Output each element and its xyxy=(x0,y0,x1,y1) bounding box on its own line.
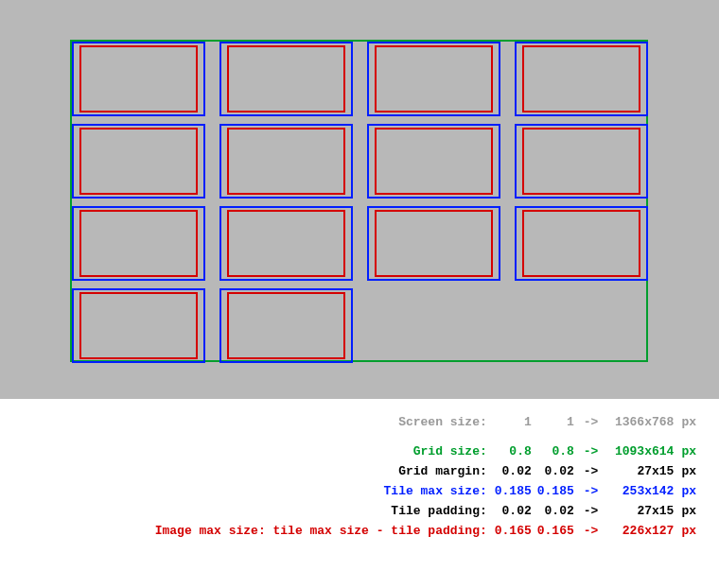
image-outline xyxy=(522,128,640,195)
legend-arrow: -> xyxy=(580,481,603,501)
image-outline xyxy=(227,210,345,277)
legend-px: 253x142 xyxy=(602,481,677,501)
legend-v1: 1 xyxy=(491,412,534,432)
legend-label: Tile padding: xyxy=(151,501,491,521)
image-outline xyxy=(522,210,640,277)
legend-row xyxy=(151,432,700,441)
legend-label: Image max size: tile max size - tile pad… xyxy=(151,521,491,541)
legend-v1: 0.8 xyxy=(491,441,534,461)
legend-unit: px xyxy=(677,481,700,501)
legend-v1: 0.02 xyxy=(491,501,534,521)
legend-row: Tile padding:0.020.02->27x15px xyxy=(151,501,700,521)
legend-v2: 0.165 xyxy=(534,521,580,541)
image-outline xyxy=(79,292,198,359)
image-outline xyxy=(79,45,198,112)
legend-v2: 0.02 xyxy=(534,501,580,521)
legend-row: Image max size: tile max size - tile pad… xyxy=(151,521,700,541)
legend-arrow: -> xyxy=(580,501,603,521)
legend-v2: 0.185 xyxy=(534,481,580,501)
diagram-canvas xyxy=(0,0,719,399)
image-outline xyxy=(227,128,345,195)
image-outline xyxy=(375,210,493,277)
legend-label: Screen size: xyxy=(151,412,491,432)
legend-v2: 0.8 xyxy=(534,441,580,461)
legend-px: 226x127 xyxy=(602,521,677,541)
legend-unit: px xyxy=(677,501,700,521)
legend-unit: px xyxy=(677,461,700,481)
image-outline xyxy=(375,45,493,112)
image-outline xyxy=(79,128,198,195)
image-outline xyxy=(522,45,640,112)
legend-arrow: -> xyxy=(580,461,603,481)
legend-unit: px xyxy=(677,441,700,461)
legend-px: 1366x768 xyxy=(602,412,677,432)
legend-row: Screen size:11->1366x768px xyxy=(151,412,700,432)
legend-table: Screen size:11->1366x768pxGrid size:0.80… xyxy=(151,412,700,541)
legend-unit: px xyxy=(677,412,700,432)
image-outline xyxy=(375,128,493,195)
legend-arrow: -> xyxy=(580,521,603,541)
legend-row: Grid margin:0.020.02->27x15px xyxy=(151,461,700,481)
legend-px: 27x15 xyxy=(602,501,677,521)
legend-row: Tile max size:0.1850.185->253x142px xyxy=(151,481,700,501)
image-outline xyxy=(227,45,345,112)
image-outline xyxy=(227,292,345,359)
image-outline xyxy=(79,210,198,277)
legend-label: Tile max size: xyxy=(151,481,491,501)
legend-unit: px xyxy=(677,521,700,541)
legend-px: 1093x614 xyxy=(602,441,677,461)
legend-v2: 0.02 xyxy=(534,461,580,481)
legend-label: Grid margin: xyxy=(151,461,491,481)
legend-v1: 0.165 xyxy=(491,521,534,541)
legend-row: Grid size:0.80.8->1093x614px xyxy=(151,441,700,461)
legend: Screen size:11->1366x768pxGrid size:0.80… xyxy=(0,412,719,541)
legend-v1: 0.02 xyxy=(491,461,534,481)
legend-v1: 0.185 xyxy=(491,481,534,501)
legend-px: 27x15 xyxy=(602,461,677,481)
legend-v2: 1 xyxy=(534,412,580,432)
legend-arrow: -> xyxy=(580,441,603,461)
legend-label: Grid size: xyxy=(151,441,491,461)
legend-arrow: -> xyxy=(580,412,603,432)
